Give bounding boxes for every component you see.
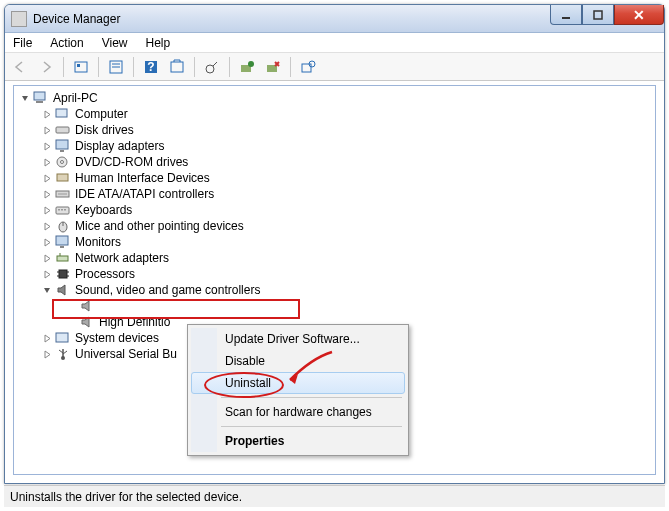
disk-icon [55,122,71,138]
menu-file[interactable]: File [13,36,32,50]
monitor-icon [55,234,71,250]
display-icon [55,138,71,154]
ctx-scan[interactable]: Scan for hardware changes [191,401,405,423]
menu-action[interactable]: Action [50,36,83,50]
svg-rect-9 [171,62,183,72]
expand-icon[interactable] [42,237,53,248]
usb-icon [55,346,71,362]
tree-item-processors[interactable]: Processors [14,266,655,282]
tree-item-audio-device-1[interactable]: x [14,298,655,314]
tree-item-disk-drives[interactable]: Disk drives [14,122,655,138]
computer-icon [33,90,49,106]
expand-icon[interactable] [42,141,53,152]
svg-rect-35 [60,246,64,248]
tree-item-sound[interactable]: Sound, video and game controllers [14,282,655,298]
ctx-properties[interactable]: Properties [191,430,405,452]
expand-icon[interactable] [42,205,53,216]
update-driver-button[interactable] [201,56,223,78]
keyboard-icon [55,202,71,218]
expand-icon[interactable] [42,109,53,120]
close-button[interactable]: ✕ [614,5,664,25]
svg-rect-1 [594,11,602,19]
tree-item-computer[interactable]: Computer [14,106,655,122]
menu-view[interactable]: View [102,36,128,50]
uninstall-button[interactable] [262,56,284,78]
toolbar: ? [5,53,664,81]
svg-rect-34 [56,236,68,245]
expand-icon[interactable] [42,157,53,168]
status-text: Uninstalls the driver for the selected d… [10,490,242,504]
svg-point-24 [61,161,64,164]
status-bar: Uninstalls the driver for the selected d… [4,485,665,507]
expand-icon[interactable] [42,189,53,200]
scan-button[interactable] [166,56,188,78]
minimize-button[interactable] [550,5,582,25]
svg-rect-38 [59,270,67,278]
back-button[interactable] [9,56,31,78]
svg-rect-31 [64,209,66,211]
disable-button[interactable] [236,56,258,78]
mouse-icon [55,218,71,234]
tree-item-network[interactable]: Network adapters [14,250,655,266]
svg-rect-18 [36,101,43,103]
svg-line-11 [213,62,217,66]
svg-rect-43 [56,333,68,342]
collapse-icon[interactable] [20,93,31,104]
svg-rect-30 [61,209,63,211]
expand-icon[interactable] [42,349,53,360]
hid-icon [55,170,71,186]
expand-icon[interactable] [42,269,53,280]
sound-icon [55,282,71,298]
system-icon [55,330,71,346]
tree-root[interactable]: April-PC [14,90,655,106]
titlebar: Device Manager ✕ [5,5,664,33]
collapse-icon[interactable] [42,285,53,296]
computer-icon [55,106,71,122]
svg-rect-25 [57,174,68,181]
scan-hardware-button[interactable] [297,56,319,78]
window-title: Device Manager [33,12,120,26]
properties-button[interactable] [105,56,127,78]
cpu-icon [55,266,71,282]
svg-rect-20 [56,127,69,133]
ctx-update-driver[interactable]: Update Driver Software... [191,328,405,350]
tree-item-keyboards[interactable]: Keyboards [14,202,655,218]
svg-rect-0 [562,17,570,19]
tree-root-label: April-PC [53,91,98,105]
menubar: File Action View Help [5,33,664,53]
expand-icon[interactable] [42,253,53,264]
svg-text:?: ? [147,60,154,74]
expand-icon[interactable] [42,125,53,136]
show-hidden-button[interactable] [70,56,92,78]
svg-rect-17 [34,92,45,100]
svg-rect-19 [56,109,67,117]
svg-rect-3 [77,64,80,67]
menu-help[interactable]: Help [146,36,171,50]
ctx-disable[interactable]: Disable [191,350,405,372]
svg-rect-21 [56,140,68,149]
speaker-icon [79,314,95,330]
ctx-uninstall[interactable]: Uninstall [191,372,405,394]
tree-item-ide[interactable]: IDE ATA/ATAPI controllers [14,186,655,202]
dvd-icon [55,154,71,170]
svg-point-10 [206,65,214,73]
svg-rect-29 [58,209,60,211]
speaker-icon [79,298,95,314]
svg-rect-22 [60,150,64,152]
expand-icon[interactable] [42,173,53,184]
tree-item-display-adapters[interactable]: Display adapters [14,138,655,154]
tree-item-mice[interactable]: Mice and other pointing devices [14,218,655,234]
svg-point-13 [248,61,254,67]
ide-icon [55,186,71,202]
help-button[interactable]: ? [140,56,162,78]
maximize-button[interactable] [582,5,614,25]
network-icon [55,250,71,266]
tree-item-dvd[interactable]: DVD/CD-ROM drives [14,154,655,170]
svg-rect-36 [57,256,68,261]
expand-icon[interactable] [42,221,53,232]
forward-button[interactable] [35,56,57,78]
tree-item-hid[interactable]: Human Interface Devices [14,170,655,186]
expand-icon[interactable] [42,333,53,344]
tree-item-monitors[interactable]: Monitors [14,234,655,250]
app-icon [11,11,27,27]
